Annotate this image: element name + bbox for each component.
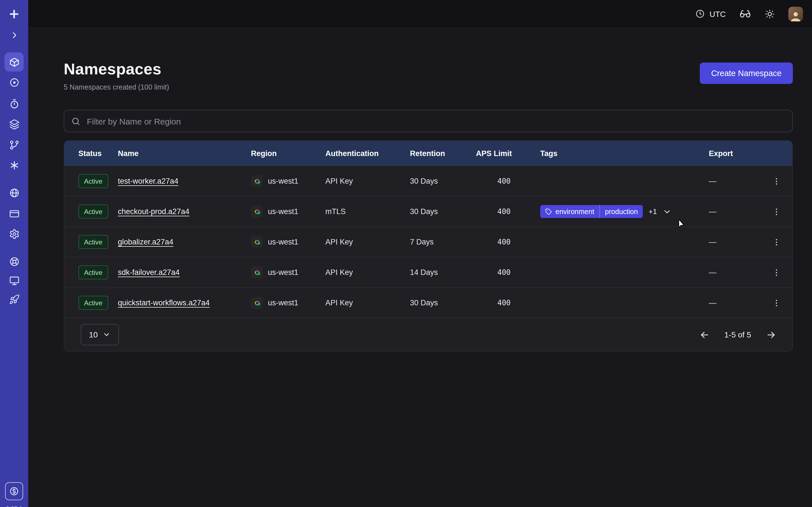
namespace-link[interactable]: checkout-prod.a27a4: [118, 207, 190, 216]
table-header-row: Status Name Region Authentication Retent…: [64, 141, 792, 166]
row-actions-menu[interactable]: [761, 177, 792, 186]
sidebar-item-batch-operations[interactable]: [4, 135, 24, 154]
gcp-cloud-icon: [251, 236, 263, 248]
usage-badge[interactable]: [5, 482, 23, 500]
namespace-link[interactable]: quickstart-workflows.a27a4: [118, 298, 210, 307]
dollar-circle-icon: [9, 486, 19, 496]
sidebar-item-nexus[interactable]: [4, 156, 24, 175]
namespace-count-subtitle: 5 Namespaces created (100 limit): [64, 83, 169, 91]
sidebar-item-schedules[interactable]: [4, 94, 24, 113]
row-actions-menu[interactable]: [761, 207, 792, 216]
clock-icon: [695, 9, 705, 18]
rocket-icon: [9, 294, 19, 304]
filter-bar: [64, 110, 793, 132]
namespace-link[interactable]: sdk-failover.a27a4: [118, 268, 180, 277]
retention-label: 30 Days: [410, 177, 476, 185]
table-row: Active test-worker.a27a4 us-west1 API Ke…: [64, 166, 792, 196]
export-value: —: [695, 298, 761, 307]
sidebar: 2.35.1: [0, 0, 28, 507]
row-actions-menu[interactable]: [761, 298, 792, 307]
row-actions-menu[interactable]: [761, 268, 792, 277]
export-value: —: [695, 177, 761, 185]
region-label: us-west1: [268, 268, 298, 277]
row-actions-menu[interactable]: [761, 237, 792, 246]
app-window: 2.35.1 UTC Namespaces 5 Namespaces creat…: [0, 0, 812, 507]
prev-page-button[interactable]: [699, 329, 710, 340]
person-silhouette-icon: [790, 11, 802, 21]
arrow-left-icon: [699, 329, 710, 340]
status-badge: Active: [79, 235, 108, 249]
branch-icon: [9, 139, 19, 150]
app-version: 2.35.1: [0, 505, 28, 507]
aps-limit-value: 400: [476, 298, 511, 307]
column-header-region: Region: [251, 149, 325, 158]
filter-input[interactable]: [86, 116, 785, 126]
monitor-icon: [9, 275, 19, 286]
namespaces-table: Status Name Region Authentication Retent…: [64, 140, 793, 351]
circle-dot-icon: [9, 77, 19, 88]
kebab-icon: [772, 268, 781, 277]
export-value: —: [695, 207, 761, 216]
table-row: Active checkout-prod.a27a4 us-west1 mTLS…: [64, 196, 792, 226]
sidebar-item-docs[interactable]: [4, 271, 24, 290]
sidebar-item-namespaces[interactable]: [4, 52, 24, 71]
column-header-status: Status: [64, 149, 118, 158]
gcp-cloud-icon: [251, 267, 263, 278]
labs-glasses-icon[interactable]: [739, 8, 751, 20]
create-namespace-button[interactable]: Create Namespace: [700, 62, 793, 84]
namespace-link[interactable]: globalizer.a27a4: [118, 238, 173, 246]
page-size-value: 10: [89, 330, 98, 339]
globe-icon: [9, 187, 19, 198]
sidebar-item-support[interactable]: [4, 252, 24, 271]
auth-label: API Key: [325, 268, 410, 277]
sidebar-item-workflows[interactable]: [4, 73, 24, 92]
page-title: Namespaces: [64, 60, 169, 79]
arrow-right-icon: [766, 329, 776, 340]
topbar: UTC: [28, 0, 812, 28]
sidebar-item-settings[interactable]: [4, 224, 24, 243]
column-header-authentication: Authentication: [325, 149, 410, 158]
auth-label: API Key: [325, 238, 410, 246]
column-header-retention: Retention: [410, 149, 476, 158]
tags-more-count: +1: [649, 207, 657, 216]
main-content: Namespaces 5 Namespaces created (100 lim…: [28, 28, 812, 507]
user-avatar[interactable]: [788, 6, 803, 21]
sidebar-item-deployments[interactable]: [4, 114, 24, 133]
retention-label: 30 Days: [410, 298, 476, 307]
page-size-select[interactable]: 10: [81, 324, 119, 345]
column-header-name: Name: [118, 149, 251, 158]
region-label: us-west1: [268, 177, 298, 185]
timer-icon: [9, 98, 19, 109]
temporal-logo-icon[interactable]: [4, 4, 24, 24]
next-page-button[interactable]: [766, 329, 776, 340]
kebab-icon: [772, 298, 781, 307]
theme-toggle-sun-icon[interactable]: [765, 9, 775, 19]
layers-icon: [9, 119, 19, 129]
sidebar-item-regions[interactable]: [4, 183, 24, 202]
lifebuoy-icon: [9, 256, 19, 267]
kebab-icon: [772, 207, 781, 216]
aps-limit-value: 400: [476, 207, 511, 216]
retention-label: 30 Days: [410, 207, 476, 216]
region-label: us-west1: [268, 207, 298, 216]
sidebar-item-billing[interactable]: [4, 204, 24, 223]
region-label: us-west1: [268, 238, 298, 246]
pagination-range: 1-5 of 5: [724, 330, 751, 339]
tag-icon: [545, 208, 552, 215]
gcp-cloud-icon: [251, 297, 263, 309]
tag-chip[interactable]: environment production: [540, 205, 643, 218]
sidebar-item-getting-started[interactable]: [4, 290, 24, 309]
namespace-link[interactable]: test-worker.a27a4: [118, 177, 179, 185]
sidebar-expand-chevron-icon[interactable]: [4, 25, 24, 45]
tag-key: environment: [555, 208, 594, 216]
status-badge: Active: [79, 205, 108, 219]
column-header-aps-limit: APS Limit: [476, 149, 540, 158]
gcp-cloud-icon: [251, 206, 263, 217]
aps-limit-value: 400: [476, 177, 511, 185]
status-badge: Active: [79, 265, 108, 279]
retention-label: 14 Days: [410, 268, 476, 277]
tags-expand-chevron-icon[interactable]: [663, 207, 672, 216]
timezone-selector[interactable]: UTC: [695, 9, 726, 18]
export-value: —: [695, 238, 761, 246]
table-footer: 10 1-5 of 5: [64, 318, 792, 351]
